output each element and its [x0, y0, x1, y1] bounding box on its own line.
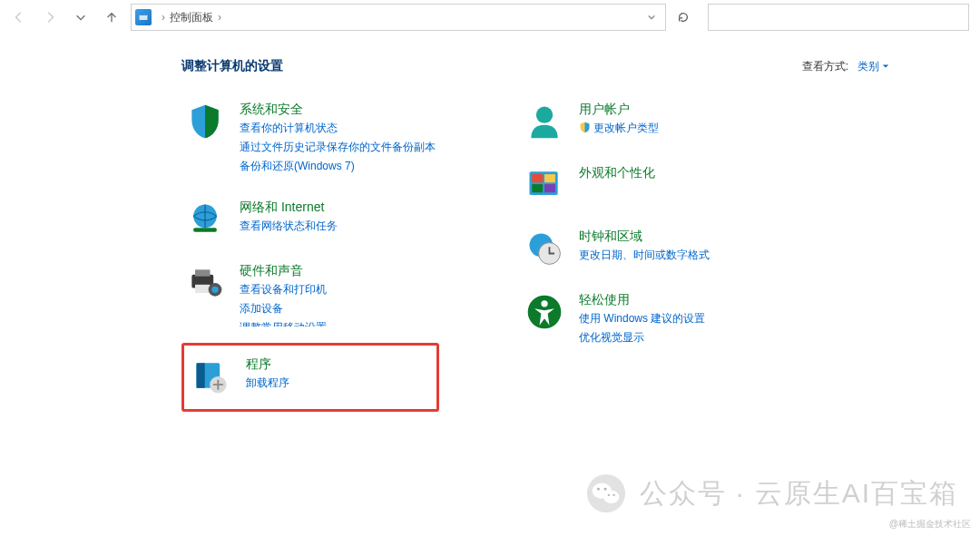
category-link[interactable]: 备份和还原(Windows 7)	[240, 158, 436, 175]
right-column: 用户帐户 更改帐户类型 外观和个性化 时钟和	[521, 98, 713, 428]
category-title[interactable]: 硬件和声音	[240, 263, 327, 279]
category-link[interactable]: 通过文件历史记录保存你的文件备份副本	[240, 139, 436, 156]
content: 调整计算机的设置 查看方式: 类别 系统和安全 查看你的计算机状态 通过文件历史…	[0, 34, 980, 428]
up-button[interactable]	[98, 4, 125, 31]
category-user-accounts: 用户帐户 更改帐户类型	[521, 98, 713, 145]
category-link[interactable]: 卸载程序	[246, 375, 289, 392]
svg-rect-17	[544, 184, 555, 192]
shield-icon	[185, 102, 225, 141]
category-title[interactable]: 网络和 Internet	[240, 200, 338, 216]
attribution: @稀土掘金技术社区	[889, 518, 971, 531]
category-appearance: 外观和个性化	[521, 161, 713, 209]
accessibility-icon	[524, 292, 564, 332]
programs-icon	[191, 356, 231, 396]
svg-point-21	[541, 300, 547, 307]
category-title[interactable]: 系统和安全	[240, 102, 436, 118]
uac-shield-icon	[579, 122, 591, 133]
content-header: 调整计算机的设置 查看方式: 类别	[181, 58, 889, 74]
category-link[interactable]: 查看设备和打印机	[240, 281, 327, 298]
svg-point-26	[603, 488, 606, 491]
svg-rect-15	[544, 174, 555, 182]
address-dropdown[interactable]	[642, 13, 662, 22]
category-title[interactable]: 轻松使用	[579, 292, 705, 308]
breadcrumb-sep: ›	[218, 11, 221, 24]
svg-rect-14	[532, 174, 543, 182]
svg-point-27	[607, 494, 609, 496]
svg-point-28	[612, 494, 614, 496]
category-title[interactable]: 用户帐户	[579, 102, 659, 118]
breadcrumb-root[interactable]: 控制面板	[170, 10, 213, 25]
clock-icon	[524, 229, 564, 268]
view-mode-group: 查看方式: 类别	[802, 59, 889, 74]
left-column: 系统和安全 查看你的计算机状态 通过文件历史记录保存你的文件备份副本 备份和还原…	[181, 98, 439, 428]
watermark-text: 公众号 · 云原生AI百宝箱	[640, 475, 958, 512]
navbar: › 控制面板 ›	[0, 0, 980, 34]
breadcrumb-sep: ›	[162, 11, 165, 24]
globe-icon	[185, 200, 225, 239]
category-link[interactable]: 更改日期、时间或数字格式	[579, 247, 710, 264]
svg-rect-10	[197, 363, 205, 388]
category-hardware-sound: 硬件和声音 查看设备和打印机 添加设备 调整常用移动设置	[181, 259, 439, 330]
appearance-icon	[524, 165, 564, 205]
page-title: 调整计算机的设置	[181, 58, 283, 74]
svg-rect-5	[195, 269, 211, 276]
category-link[interactable]: 查看网络状态和任务	[240, 218, 338, 235]
watermark: 公众号 · 云原生AI百宝箱	[585, 473, 958, 514]
svg-rect-16	[532, 184, 543, 192]
category-title[interactable]: 外观和个性化	[579, 165, 655, 181]
category-programs: 程序 卸载程序	[181, 343, 439, 412]
refresh-button[interactable]	[670, 4, 697, 31]
svg-point-25	[597, 488, 600, 491]
svg-rect-3	[193, 228, 217, 232]
category-columns: 系统和安全 查看你的计算机状态 通过文件历史记录保存你的文件备份副本 备份和还原…	[181, 98, 980, 428]
category-link[interactable]: 优化视觉显示	[579, 329, 705, 346]
category-link[interactable]: 调整常用移动设置	[240, 319, 327, 326]
category-link[interactable]: 使用 Windows 建议的设置	[579, 310, 705, 327]
category-link[interactable]: 更改帐户类型	[579, 120, 659, 137]
user-icon	[524, 102, 564, 141]
address-bar[interactable]: › 控制面板 ›	[131, 4, 666, 31]
category-ease-access: 轻松使用 使用 Windows 建议的设置 优化视觉显示	[521, 288, 713, 350]
printer-icon	[185, 263, 225, 303]
category-system-security: 系统和安全 查看你的计算机状态 通过文件历史记录保存你的文件备份副本 备份和还原…	[181, 98, 439, 180]
back-button[interactable]	[5, 4, 33, 31]
forward-button[interactable]	[36, 4, 64, 31]
search-input[interactable]	[708, 4, 969, 31]
svg-point-8	[211, 286, 218, 292]
category-link[interactable]: 添加设备	[240, 300, 327, 317]
category-title[interactable]: 时钟和区域	[579, 229, 710, 245]
view-mode-label: 查看方式:	[802, 59, 848, 74]
category-network-internet: 网络和 Internet 查看网络状态和任务	[181, 196, 439, 243]
svg-point-12	[536, 107, 553, 123]
recent-dropdown[interactable]	[67, 4, 94, 31]
category-clock-region: 时钟和区域 更改日期、时间或数字格式	[521, 225, 713, 272]
view-mode-value: 类别	[858, 59, 879, 74]
svg-point-24	[603, 491, 619, 503]
svg-rect-6	[195, 284, 211, 292]
wechat-icon	[585, 473, 627, 514]
category-title[interactable]: 程序	[246, 356, 289, 373]
control-panel-icon	[135, 9, 152, 25]
category-link[interactable]: 查看你的计算机状态	[240, 120, 436, 137]
svg-rect-1	[140, 14, 148, 15]
view-mode-dropdown[interactable]: 类别	[858, 59, 889, 74]
